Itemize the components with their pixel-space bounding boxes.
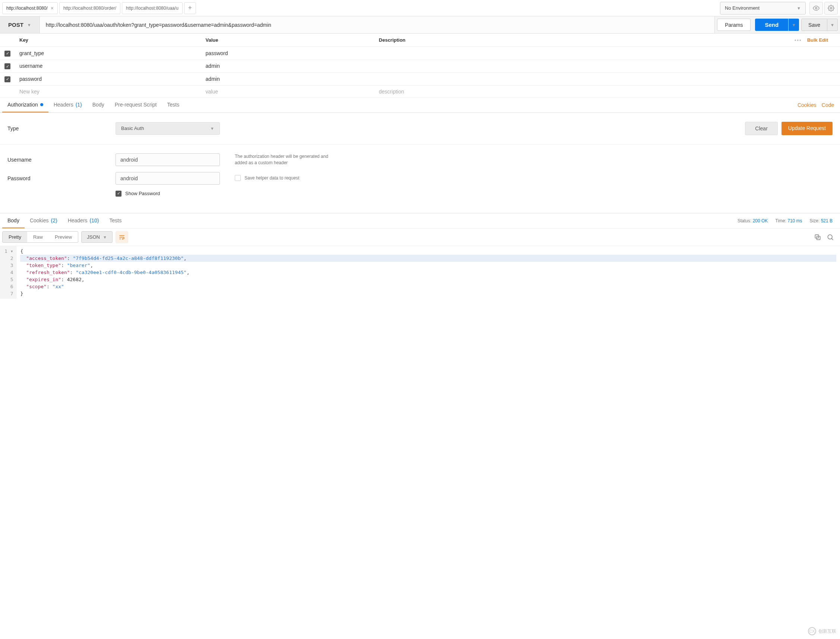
tab-tests[interactable]: Tests xyxy=(162,98,185,113)
request-tab-2[interactable]: http://localhost:8080/uaa/u xyxy=(122,2,183,14)
view-preview[interactable]: Preview xyxy=(49,232,78,242)
password-label: Password xyxy=(8,175,116,181)
show-password-checkbox[interactable]: ✓ xyxy=(116,191,121,197)
tab-label: http://localhost:8080/order/ xyxy=(63,6,116,11)
checkbox-checked-icon[interactable]: ✓ xyxy=(5,63,10,69)
time-value: 710 ms xyxy=(787,218,802,223)
code-link[interactable]: Code xyxy=(822,102,834,108)
save-options-button[interactable]: ▼ xyxy=(827,19,838,31)
tab-prerequest[interactable]: Pre-request Script xyxy=(110,98,162,113)
username-input[interactable] xyxy=(116,153,220,166)
chevron-down-icon: ▼ xyxy=(27,23,31,27)
param-key[interactable]: grant_type xyxy=(15,47,201,60)
param-value[interactable]: admin xyxy=(201,60,375,73)
bulk-edit-link[interactable]: Bulk Edit xyxy=(807,37,828,43)
param-value[interactable]: password xyxy=(201,47,375,60)
param-row[interactable]: ✓ username admin xyxy=(0,60,840,73)
param-description[interactable] xyxy=(375,47,840,60)
format-select[interactable]: JSON ▼ xyxy=(81,231,113,243)
top-bar: http://localhost:8080/ × http://localhos… xyxy=(0,0,840,16)
code-lines[interactable]: { "access_token": "7f9b54d4-fd25-4a2c-a8… xyxy=(16,246,840,299)
tab-authorization[interactable]: Authorization xyxy=(2,98,48,113)
response-tab-headers[interactable]: Headers (10) xyxy=(62,213,104,228)
response-status-bar: Status: 200 OK Time: 710 ms Size: 521 B xyxy=(738,218,838,223)
request-tab-1[interactable]: http://localhost:8080/order/ xyxy=(59,2,120,14)
view-mode-segment: Pretty Raw Preview xyxy=(2,231,78,243)
search-icon[interactable] xyxy=(827,234,834,241)
eye-icon xyxy=(813,5,819,11)
chevron-down-icon: ▼ xyxy=(103,235,107,240)
tab-headers[interactable]: Headers (1) xyxy=(48,98,87,113)
more-options-icon[interactable]: ••• xyxy=(795,37,802,43)
tab-body[interactable]: Body xyxy=(87,98,110,113)
param-row[interactable]: ✓ grant_type password xyxy=(0,47,840,60)
settings-button[interactable] xyxy=(824,2,838,14)
auth-type-select[interactable]: Basic Auth ▼ xyxy=(116,122,220,135)
request-bar: POST ▼ Params Send ▼ Save ▼ xyxy=(0,16,840,33)
close-icon[interactable]: × xyxy=(51,5,54,11)
param-description[interactable] xyxy=(375,73,840,86)
helper-text: The authorization header will be generat… xyxy=(235,153,339,166)
viewer-toolbar: Pretty Raw Preview JSON ▼ xyxy=(0,229,840,246)
new-tab-button[interactable]: + xyxy=(184,2,196,14)
params-table: Key Value Description ••• Bulk Edit ✓ gr… xyxy=(0,33,840,98)
response-tab-body[interactable]: Body xyxy=(2,213,25,228)
save-helper-checkbox[interactable] xyxy=(235,175,241,181)
view-pretty[interactable]: Pretty xyxy=(3,232,27,242)
param-row-new[interactable]: New key value description xyxy=(0,85,840,98)
save-button[interactable]: Save xyxy=(801,19,827,31)
param-description[interactable] xyxy=(375,60,840,73)
wrap-lines-button[interactable] xyxy=(116,231,128,243)
key-header: Key xyxy=(15,33,201,47)
param-value[interactable]: admin xyxy=(201,73,375,86)
gear-icon xyxy=(828,5,834,11)
chevron-down-icon: ▼ xyxy=(797,6,801,10)
new-key-placeholder[interactable]: New key xyxy=(15,85,201,98)
chevron-down-icon: ▼ xyxy=(830,23,834,27)
svg-point-1 xyxy=(830,7,832,9)
description-header: Description ••• Bulk Edit xyxy=(375,33,840,47)
size-value: 521 B xyxy=(821,218,832,223)
type-label: Type xyxy=(8,126,116,132)
status-value: 200 OK xyxy=(753,218,768,223)
environment-value: No Environment xyxy=(725,5,760,11)
copy-icon[interactable] xyxy=(814,234,821,241)
chevron-down-icon: ▼ xyxy=(792,23,796,27)
url-input[interactable] xyxy=(40,16,715,33)
wrap-icon xyxy=(118,234,125,240)
line-gutter: 1 ▾234567 xyxy=(0,246,16,299)
modified-dot-icon xyxy=(40,103,43,106)
checkbox-checked-icon[interactable]: ✓ xyxy=(5,51,10,57)
response-tab-cookies[interactable]: Cookies (2) xyxy=(25,213,62,228)
svg-point-4 xyxy=(828,235,832,239)
params-button[interactable]: Params xyxy=(717,19,751,31)
value-header: Value xyxy=(201,33,375,47)
chevron-down-icon: ▼ xyxy=(210,126,214,131)
param-key[interactable]: username xyxy=(15,60,201,73)
cookies-link[interactable]: Cookies xyxy=(797,102,816,108)
password-input[interactable] xyxy=(116,172,220,185)
new-value-placeholder[interactable]: value xyxy=(201,85,375,98)
auth-type-row: Type Basic Auth ▼ Clear Update Request xyxy=(0,113,840,145)
http-method-select[interactable]: POST ▼ xyxy=(0,16,40,33)
response-tab-tests[interactable]: Tests xyxy=(104,213,127,228)
checkbox-checked-icon[interactable]: ✓ xyxy=(5,76,10,82)
send-options-button[interactable]: ▼ xyxy=(789,19,799,31)
send-button[interactable]: Send xyxy=(755,19,788,31)
update-request-button[interactable]: Update Request xyxy=(781,122,832,135)
param-row[interactable]: ✓ password admin xyxy=(0,73,840,86)
request-tab-0[interactable]: http://localhost:8080/ × xyxy=(2,2,58,14)
http-method-value: POST xyxy=(8,22,24,28)
tab-label: http://localhost:8080/ xyxy=(6,6,48,11)
param-key[interactable]: password xyxy=(15,73,201,86)
request-tabs-row: http://localhost:8080/ × http://localhos… xyxy=(2,0,720,16)
view-raw[interactable]: Raw xyxy=(27,232,49,242)
request-section-tabs: Authorization Headers (1) Body Pre-reque… xyxy=(0,98,840,113)
svg-point-0 xyxy=(815,7,817,9)
environment-select[interactable]: No Environment ▼ xyxy=(720,2,806,14)
clear-button[interactable]: Clear xyxy=(745,122,778,135)
response-tabs: Body Cookies (2) Headers (10) Tests Stat… xyxy=(0,213,840,229)
new-description-placeholder[interactable]: description xyxy=(375,85,840,98)
environment-preview-button[interactable] xyxy=(810,2,823,14)
username-label: Username xyxy=(8,157,116,163)
